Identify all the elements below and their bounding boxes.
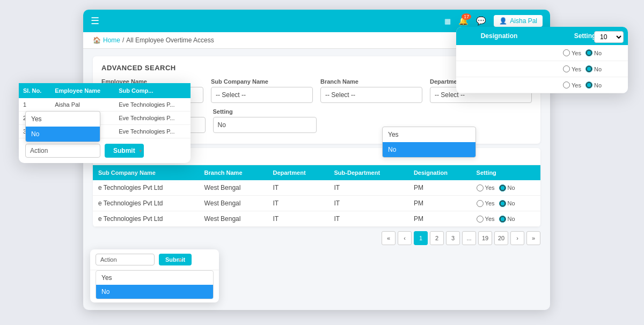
- action-option-no[interactable]: No: [26, 127, 100, 142]
- action-dropdown-popup-mid[interactable]: Yes No: [25, 111, 100, 142]
- breadcrumb: 🏠 Home / All Employee Overtime Access: [93, 36, 214, 44]
- pagination-page-3[interactable]: 3: [446, 231, 460, 245]
- cell-sub-company: e Technologies Pvt Ltd: [93, 196, 199, 211]
- ol-radio-no-3[interactable]: No: [586, 82, 602, 88]
- pagination-page-1[interactable]: 1: [414, 231, 428, 245]
- overlay-small-card: Action Yes No ▾ Submit Yes No: [90, 249, 219, 302]
- cell-sub-dept: IT: [329, 211, 408, 227]
- user-avatar-icon: 👤: [499, 17, 507, 25]
- radio-no[interactable]: [499, 184, 506, 191]
- radio-yes[interactable]: [477, 200, 484, 207]
- cell-branch: West Bengal: [199, 196, 268, 211]
- col-setting: Setting: [471, 165, 540, 180]
- om-col-sl: Sl. No.: [19, 83, 50, 98]
- om-header: Sl. No. Employee Name Sub Comp...: [19, 83, 191, 98]
- branch-label: Branch Name: [320, 78, 422, 85]
- table-header: Sub Company Name Branch Name Department …: [93, 165, 540, 180]
- col-department: Department: [267, 165, 328, 180]
- radio-no[interactable]: [499, 216, 506, 223]
- radio-yes[interactable]: [477, 184, 484, 191]
- pagination-page-19[interactable]: 19: [478, 231, 492, 245]
- om-sub-3: Eve Technologies P...: [114, 125, 191, 138]
- pagination-first[interactable]: «: [382, 231, 396, 245]
- ol-radio-no-2[interactable]: No: [586, 65, 602, 72]
- col-sub-company: Sub Company Name: [93, 165, 199, 180]
- radio-yes[interactable]: [477, 216, 484, 223]
- branch-select[interactable]: -- Select --: [320, 87, 422, 103]
- col-branch: Branch Name: [199, 165, 268, 180]
- pagination-last[interactable]: »: [526, 231, 540, 245]
- radio-no-label[interactable]: No: [499, 184, 515, 191]
- navbar-right: ▦ 🔔 17 💬 👤 Aisha Pal: [444, 15, 543, 27]
- hamburger-icon[interactable]: ☰: [91, 15, 99, 27]
- overlay-mid-card: Sl. No. Employee Name Sub Comp... 1 Aish…: [19, 83, 191, 163]
- small-submit-button[interactable]: Submit: [159, 254, 192, 265]
- setting-option-no[interactable]: No: [383, 142, 475, 157]
- radio-yes-label[interactable]: Yes: [477, 200, 495, 207]
- breadcrumb-separator: /: [122, 36, 124, 44]
- ol-radio-yes-2[interactable]: Yes: [563, 65, 581, 72]
- ol-row-3: Yes No: [456, 77, 628, 93]
- small-action-row: Action Yes No ▾ Submit: [90, 249, 219, 270]
- pagination-next[interactable]: ›: [510, 231, 524, 245]
- cell-dept: IT: [267, 180, 328, 196]
- per-page-select[interactable]: 10 25 50 100: [594, 31, 624, 43]
- cell-sub-dept: IT: [329, 196, 408, 211]
- small-option-no[interactable]: No: [96, 285, 213, 299]
- submit-button[interactable]: Submit: [105, 144, 144, 158]
- pagination-page-20[interactable]: 20: [494, 231, 508, 245]
- ol-row-2: Yes No: [456, 61, 628, 77]
- user-button[interactable]: 👤 Aisha Pal: [494, 15, 543, 27]
- col-sub-department: Sub-Department: [329, 165, 408, 180]
- om-sub-2: Eve Technologies P...: [114, 112, 191, 125]
- action-dropdown-popup-sm[interactable]: Yes No: [96, 270, 214, 299]
- action-select[interactable]: Action Yes No: [25, 144, 100, 158]
- ol-row-1: Yes No: [456, 45, 628, 61]
- notification-icon[interactable]: 🔔 17: [458, 16, 469, 26]
- radio-no[interactable]: [499, 200, 506, 207]
- setting-option-yes[interactable]: Yes: [383, 127, 475, 142]
- table-body: e Technologies Pvt Ltd West Bengal IT IT…: [93, 180, 540, 227]
- cell-branch: West Bengal: [199, 180, 268, 196]
- cell-sub-company: e Technologies Pvt Ltd: [93, 180, 199, 196]
- home-link[interactable]: Home: [103, 36, 120, 44]
- om-col-sub: Sub Comp...: [114, 83, 191, 98]
- pagination-prev[interactable]: ‹: [398, 231, 412, 245]
- data-table: Sub Company Name Branch Name Department …: [93, 165, 540, 227]
- radio-no-label[interactable]: No: [499, 216, 515, 223]
- sub-company-group: Sub Company Name -- Select --: [211, 78, 313, 103]
- pagination-page-2[interactable]: 2: [430, 231, 444, 245]
- ol-setting-2: Yes No: [542, 65, 623, 72]
- setting-label: Setting: [213, 108, 317, 115]
- cell-desig: PM: [408, 180, 471, 196]
- cell-branch: West Bengal: [199, 211, 268, 227]
- om-row-1: 1 Aisha Pal Eve Technologies P...: [19, 98, 191, 112]
- cell-desig: PM: [408, 196, 471, 211]
- notification-badge: 17: [462, 13, 471, 20]
- navbar-left: ☰: [91, 15, 99, 27]
- radio-yes-label[interactable]: Yes: [477, 184, 495, 191]
- ol-radio-yes-3[interactable]: Yes: [563, 82, 581, 88]
- message-icon[interactable]: 💬: [476, 16, 486, 26]
- brand-icon: ▦: [444, 17, 451, 25]
- table-row: e Technologies Pvt Ltd West Bengal IT IT…: [93, 196, 540, 211]
- breadcrumb-current: All Employee Overtime Access: [126, 36, 214, 44]
- small-option-yes[interactable]: Yes: [96, 271, 213, 285]
- action-option-yes[interactable]: Yes: [26, 112, 100, 127]
- sub-company-label: Sub Company Name: [211, 78, 313, 85]
- pagination-bar: « ‹ 1 2 3 ... 19 20 › »: [83, 227, 550, 249]
- sub-company-select[interactable]: -- Select --: [211, 87, 313, 103]
- setting-select[interactable]: -- Select -- Yes No: [213, 117, 317, 133]
- ol-col-designation: Designation: [456, 27, 542, 45]
- radio-yes-label[interactable]: Yes: [477, 216, 495, 223]
- ol-radio-no-1[interactable]: No: [586, 49, 602, 56]
- home-icon: 🏠: [93, 36, 101, 44]
- user-label: Aisha Pal: [510, 17, 537, 25]
- om-name-1: Aisha Pal: [50, 98, 114, 112]
- radio-no-label[interactable]: No: [499, 200, 515, 207]
- cell-setting: Yes No: [471, 196, 540, 211]
- om-sl-1: 1: [19, 98, 50, 112]
- ol-radio-yes-1[interactable]: Yes: [563, 49, 581, 56]
- small-action-select[interactable]: Action Yes No: [96, 254, 155, 265]
- setting-dropdown[interactable]: Yes No: [382, 127, 476, 158]
